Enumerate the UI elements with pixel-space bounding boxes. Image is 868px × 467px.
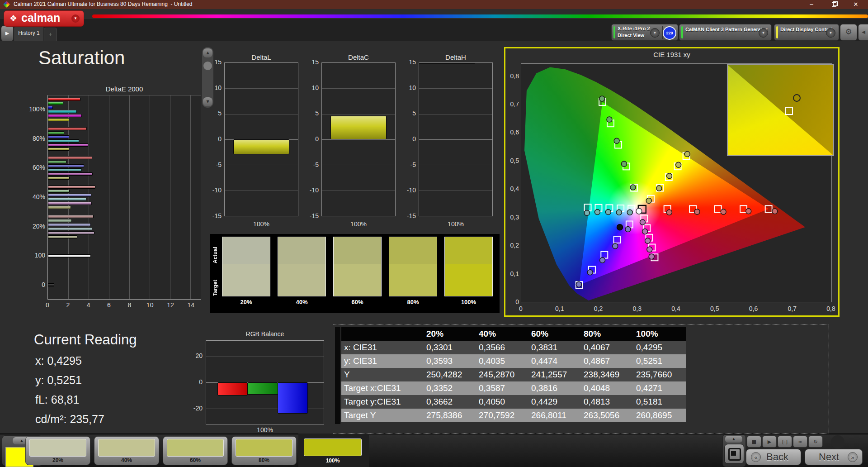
swatch-label: 60% [333,299,382,305]
swatch-color [236,439,292,457]
calman-logo-button[interactable]: ❖ calman ▼ [4,10,84,27]
measured-magenta [647,247,652,252]
display-control-label: Direct Display Control [780,27,833,32]
expand-up-icon[interactable]: ▲ [725,436,742,443]
table-cell: 0,3816 [528,383,581,393]
y-tick-label: 15 [397,58,416,66]
deltae-bar-80%-magenta [48,143,88,147]
table-cell: 0,5251 [633,356,686,366]
swatch-button-80%[interactable]: 80% [231,436,297,465]
actual-target-swatch-panel: Actual Target 20%40%60%80%100% [210,234,500,313]
play-icon[interactable]: ▶ [762,436,777,448]
table-cell: 0,5181 [633,397,686,407]
deltah-chart-title: DeltaH [419,53,493,61]
cie-inset-measured-point [793,94,801,102]
deltae-x-axis: 02468101214 [47,301,201,310]
close-button[interactable]: ✕ [848,0,863,9]
deltaC-bar [330,116,386,139]
measured-yellow [646,198,651,204]
pattern-window-button[interactable] [724,444,744,464]
y-tick-label: -10 [300,186,319,194]
y-tick-label: 0,1 [503,270,519,277]
minimize-button[interactable]: ─ [804,0,819,9]
swatch-button-40%[interactable]: 40% [94,436,159,465]
calman-app: Calman 2021 Calman Ultimate for Business… [0,0,868,467]
back-button[interactable]: « Back [746,449,801,465]
y-tick-label: -20 [184,405,203,412]
measured-cyan [627,210,632,215]
column-header: 100% [633,329,686,339]
refresh-icon[interactable]: ↻ [808,436,823,448]
x-tick-label: 0,7 [785,305,799,312]
deltae-bar-100%-green [48,102,63,105]
cie-y-axis: 0,80,70,60,50,40,30,20,10 [503,63,519,302]
gridline [129,95,130,299]
tab-history-1[interactable]: History 1 [14,26,43,41]
tab-scroll-button[interactable]: ▶ [1,25,14,42]
chevron-down-icon[interactable]: ▼ [826,28,835,38]
display-control-dropdown[interactable]: Direct Display Control ▼ [774,24,839,41]
y-tick-label: 5 [300,110,319,117]
scroll-up-icon[interactable]: ▲ [203,48,212,57]
table-cell: 238,3469 [581,370,633,380]
collapse-panel-button[interactable]: ◀ [858,24,868,41]
deltae-bar-20%-green [48,219,72,222]
next-button[interactable]: Next » [805,449,863,465]
deltac-x-label: 100% [321,220,396,228]
column-header: 60% [528,329,581,339]
rgb-balance-x-label: 100% [206,426,324,434]
swatch-button-label: 20% [26,457,90,463]
swatch-button-60%[interactable]: 60% [163,436,228,465]
deltae-bar-100%-red [48,98,80,101]
x-tick-label: 0,1 [552,305,567,312]
swatch-color [167,439,224,457]
measured-red [746,209,751,214]
row-label: Target y:CIE31 [341,397,424,407]
add-tab-button[interactable]: + [44,28,57,41]
swatch-button-100%[interactable]: 100% [300,436,365,465]
measured-yellow [656,186,662,191]
rgb-balance-title: RGB Balance [206,330,324,338]
actual-swatch [222,237,270,264]
swatch-label: 40% [278,299,326,305]
gridline [322,139,395,140]
row-label: y: CIE31 [341,356,424,366]
target-label: Target [212,273,219,303]
pattern-generator-dropdown[interactable]: CalMAN Client 3 Pattern Generator ▼ [679,24,772,41]
chevron-down-icon[interactable]: ▼ [759,28,768,38]
cie-x-axis: 00,10,20,30,40,50,60,70,8 [521,305,832,313]
y-tick-label: 0 [300,135,319,143]
deltae-bar-20%-yellow [48,235,77,238]
chevron-down-icon[interactable]: ▼ [71,14,80,23]
deltal-chart [224,62,298,216]
y-tick-label: 0,5 [503,157,519,164]
y-tick-label: 0 [203,135,222,143]
settings-button[interactable]: ⚙ [840,24,857,41]
cie-zoom-inset [727,64,834,156]
target-red [715,205,722,212]
gridline [419,88,492,89]
x-tick-label: 0,2 [591,305,605,312]
swatch-button-20%[interactable]: 20% [25,436,90,465]
gridline [225,114,298,114]
meter-dropdown[interactable]: X-Rite i1Pro 2 Direct View ▼ 229 [611,24,678,41]
table-cell: 0,3352 [424,383,476,393]
deltae-bar-80%-red [48,127,87,130]
table-cell: 250,4282 [424,370,476,380]
continuous-icon[interactable]: ∞ [793,436,807,448]
table-cell: 0,3593 [424,356,476,366]
swatch-color [29,439,86,457]
measured-magenta [642,229,648,234]
measured-red [694,209,700,214]
table-cell: 0,4295 [633,343,686,353]
y-tick-label: 5 [203,110,222,117]
stop-icon[interactable]: ■ [747,436,761,448]
restore-button[interactable] [826,0,842,9]
single-measure-icon[interactable]: [·] [778,436,792,448]
deltae-bar-40%-green [48,190,70,193]
compare-swatch-40% [278,237,326,296]
deltac-y-axis: 151050-5-10-15 [300,62,319,216]
gridline [68,95,69,299]
chevron-down-icon[interactable]: ▼ [650,28,660,38]
measured-white-point [636,208,642,214]
